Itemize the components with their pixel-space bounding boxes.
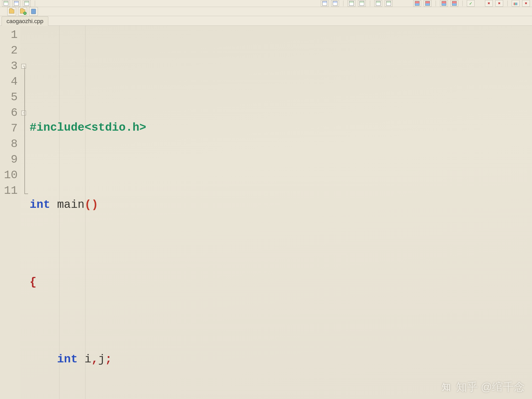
stop-icon [524, 1, 528, 6]
toolbar-row2 [0, 7, 532, 16]
doc-icon [376, 1, 381, 6]
watermark: 知 知乎 @绾千念 [440, 380, 525, 394]
line-number: 7 [0, 121, 20, 136]
doc-icon [24, 1, 29, 6]
x-icon [497, 1, 502, 6]
watermark-text: 知乎 @绾千念 [456, 380, 525, 394]
toolbar-separator [35, 1, 35, 6]
code-editor[interactable]: 1 2 3- 4 5 6- 7 8 9 10 11 #include<stdio… [0, 26, 532, 399]
file-tab[interactable]: caogaozhi.cpp [2, 16, 48, 26]
grid-icon [415, 1, 420, 6]
find-icon [322, 1, 327, 6]
line-number: 4 [0, 74, 20, 90]
toolbar-btn-book[interactable] [29, 7, 38, 16]
doc-icon [14, 1, 19, 6]
doc-icon [349, 1, 354, 6]
code-line[interactable]: { [30, 274, 532, 290]
toolbar-separator [507, 1, 508, 6]
toolbar-btn-doc2[interactable] [12, 0, 20, 7]
tab-bar: caogaozhi.cpp [0, 16, 532, 26]
folder-icon [9, 9, 14, 14]
line-number: 6- [0, 105, 20, 121]
toolbar-btn-close[interactable] [485, 0, 493, 7]
check-icon [468, 1, 473, 6]
toolbar-btn-close2[interactable] [495, 0, 503, 7]
x-icon [487, 1, 491, 6]
toolbar-btn-doc3[interactable] [23, 0, 31, 7]
line-number: 10 [0, 168, 20, 183]
chart-icon [513, 1, 518, 6]
toolbar-btn-chart[interactable] [512, 0, 520, 7]
line-number: 1 [0, 27, 20, 43]
code-line[interactable]: int i,j; [30, 352, 532, 367]
grid-icon [425, 1, 430, 6]
toolbar-btn-doc[interactable] [2, 0, 10, 7]
code-area[interactable]: #include<stdio.h> int main() { int i,j; … [20, 26, 532, 399]
toolbar-separator [462, 1, 463, 6]
toolbar-btn-doc4[interactable] [348, 0, 355, 7]
line-number: 8 [0, 136, 20, 152]
line-number: 2 [0, 43, 20, 58]
book-icon [31, 9, 36, 14]
toolbar-btn-open[interactable] [7, 7, 16, 16]
grid-icon [442, 1, 446, 6]
ide-window: caogaozhi.cpp 1 2 3- 4 5 6- 7 8 9 10 11 … [0, 0, 532, 399]
toolbar-separator [436, 1, 436, 6]
toolbar-btn-grid2[interactable] [424, 0, 431, 7]
code-line[interactable]: #include<stdio.h> [30, 120, 532, 135]
toolbar-btn-doc6[interactable] [374, 0, 382, 7]
code-line[interactable]: int main() [30, 197, 532, 213]
toolbar-btn-grid1[interactable] [413, 0, 421, 7]
toolbar-separator [343, 1, 343, 6]
toolbar-btn-doc5[interactable] [358, 0, 366, 7]
toolbar-btn-new[interactable] [18, 7, 27, 16]
find-icon [333, 1, 337, 6]
doc-icon [360, 1, 364, 6]
toolbar-btn-check[interactable] [467, 0, 475, 7]
grid-icon [452, 1, 457, 6]
toolbar-btn-find2[interactable] [331, 0, 339, 7]
toolbar-btn-grid3[interactable] [440, 0, 448, 7]
zhihu-logo-icon: 知 [440, 381, 453, 393]
doc-icon [386, 1, 391, 6]
file-tab-label: caogaozhi.cpp [6, 18, 43, 25]
line-number: 9 [0, 152, 20, 168]
line-number-gutter: 1 2 3- 4 5 6- 7 8 9 10 11 [0, 26, 20, 399]
toolbar-btn-grid4[interactable] [450, 0, 458, 7]
toolbar-btn-stop[interactable] [522, 0, 530, 7]
toolbar-btn-doc7[interactable] [385, 0, 393, 7]
toolbar-top [0, 0, 532, 7]
doc-icon [4, 1, 8, 6]
line-number: 3- [0, 58, 20, 74]
folder-plus-icon [20, 9, 25, 14]
line-number: 11 [0, 183, 20, 199]
toolbar-separator [370, 1, 370, 6]
toolbar-btn-find[interactable] [321, 0, 329, 7]
line-number: 5 [0, 90, 20, 105]
